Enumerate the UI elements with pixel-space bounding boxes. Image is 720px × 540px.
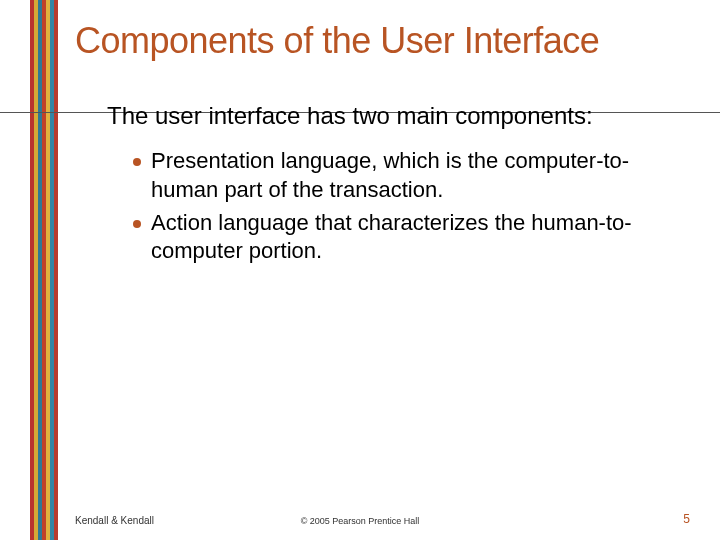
- decorative-stripe: [30, 0, 58, 540]
- slide-title: Components of the User Interface: [75, 20, 700, 61]
- footer-author: Kendall & Kendall: [75, 515, 154, 526]
- bullet-icon: [133, 220, 141, 228]
- slide-content: Components of the User Interface The use…: [75, 20, 700, 270]
- bullet-list: Presentation language, which is the comp…: [133, 147, 690, 265]
- intro-text: The user interface has two main componen…: [107, 101, 700, 131]
- list-item: Action language that characterizes the h…: [133, 209, 690, 266]
- page-number: 5: [683, 512, 690, 526]
- list-item: Presentation language, which is the comp…: [133, 147, 690, 204]
- footer-copyright: © 2005 Pearson Prentice Hall: [301, 516, 420, 526]
- bullet-icon: [133, 158, 141, 166]
- bullet-text: Presentation language, which is the comp…: [151, 147, 690, 204]
- slide-footer: Kendall & Kendall © 2005 Pearson Prentic…: [0, 512, 720, 526]
- bullet-text: Action language that characterizes the h…: [151, 209, 690, 266]
